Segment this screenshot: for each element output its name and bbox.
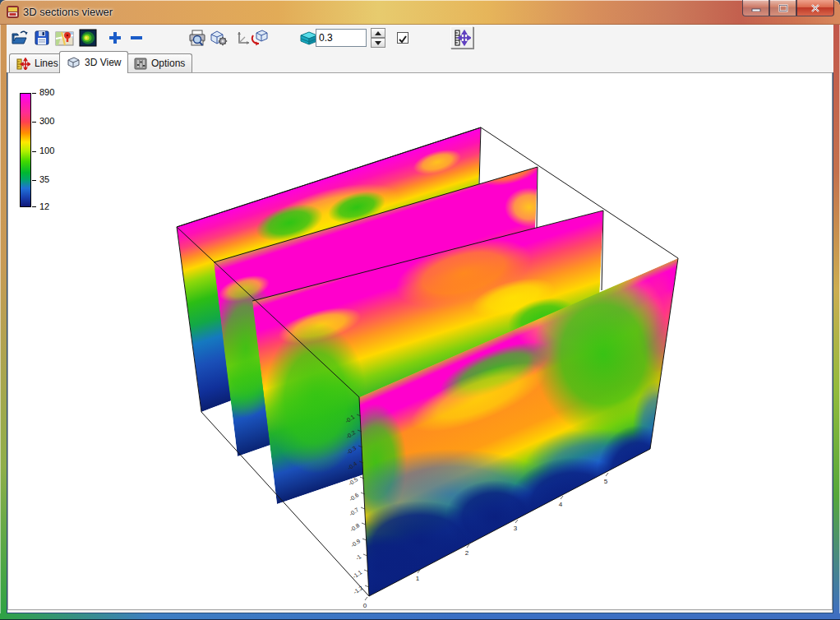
cube-settings-button[interactable] bbox=[209, 28, 228, 48]
depth-tick-label: -0.9 bbox=[350, 538, 362, 548]
x-tick-label: 3 bbox=[514, 525, 518, 532]
colorbar bbox=[20, 93, 31, 207]
transparency-checkbox[interactable] bbox=[397, 32, 408, 44]
title-bar[interactable]: 3D sections viewer bbox=[0, 0, 840, 25]
options-tab-icon bbox=[134, 58, 147, 70]
tab-options[interactable]: Options bbox=[127, 53, 192, 72]
client-area: Lines 3D View Options bbox=[7, 25, 833, 613]
tab-bar: Lines 3D View Options bbox=[7, 50, 833, 72]
colorbar-label: 890 bbox=[39, 87, 54, 97]
lines-tab-icon bbox=[16, 58, 30, 70]
spin-down-button[interactable] bbox=[371, 38, 385, 48]
minimize-button[interactable] bbox=[742, 0, 769, 16]
opacity-spinner bbox=[371, 28, 385, 48]
window-border-bottom bbox=[0, 613, 840, 620]
save-floppy-icon bbox=[34, 30, 50, 46]
maximize-button[interactable] bbox=[769, 0, 796, 16]
checkmark-icon bbox=[398, 35, 408, 44]
vertical-scale-button[interactable] bbox=[450, 26, 473, 49]
colorbar-label: 300 bbox=[39, 116, 54, 126]
save-button[interactable] bbox=[32, 28, 52, 48]
rotate-view-button[interactable] bbox=[250, 28, 270, 48]
opacity-input[interactable] bbox=[316, 29, 367, 47]
3d-fence-plot[interactable]: -0.1 -0.2 -0.3 -0.4 -0.5 -0.6 -0.7 -0.8 … bbox=[8, 73, 832, 609]
scale-move-icon bbox=[453, 29, 471, 47]
depth-tick-label: -1.2 bbox=[353, 585, 364, 595]
maximize-icon bbox=[778, 4, 788, 12]
open-button[interactable] bbox=[10, 28, 30, 48]
x-tick-label: 2 bbox=[465, 549, 469, 557]
app-logo-icon bbox=[6, 5, 20, 19]
minimize-icon bbox=[751, 4, 761, 12]
close-button[interactable] bbox=[796, 0, 834, 16]
axes-icon bbox=[235, 30, 252, 46]
cube-tab-icon bbox=[67, 56, 81, 69]
map-button[interactable] bbox=[55, 28, 75, 48]
x-tick-label: 1 bbox=[416, 575, 420, 582]
caption-buttons bbox=[742, 0, 834, 16]
zoom-out-button[interactable] bbox=[127, 28, 146, 48]
tab-options-label: Options bbox=[151, 58, 185, 69]
depth-tick-label: -0.7 bbox=[348, 507, 360, 517]
minus-icon bbox=[129, 30, 144, 45]
window-title: 3D sections viewer bbox=[23, 6, 113, 18]
colorbar-label: 12 bbox=[39, 201, 49, 211]
tab-3d-view-label: 3D View bbox=[85, 57, 121, 68]
toolbar bbox=[7, 25, 833, 50]
open-folder-icon bbox=[11, 30, 29, 46]
contour-map-icon bbox=[79, 29, 97, 47]
up-arrow-icon bbox=[375, 31, 381, 35]
plus-icon bbox=[108, 30, 122, 45]
tab-lines-label: Lines bbox=[35, 58, 58, 69]
window-border-right bbox=[833, 25, 840, 613]
print-preview-button[interactable] bbox=[187, 28, 207, 48]
depth-tick-label: -1 bbox=[354, 553, 362, 561]
rotate-cube-icon bbox=[250, 29, 270, 47]
colorbar-label: 35 bbox=[39, 174, 49, 184]
colorbar-label: 100 bbox=[39, 146, 54, 155]
depth-tick-label: -1.1 bbox=[352, 569, 363, 580]
app-window: 3D sections viewer bbox=[0, 0, 840, 620]
close-icon bbox=[810, 4, 820, 12]
window-border-left bbox=[0, 25, 7, 613]
depth-tick-label: -0.8 bbox=[349, 522, 361, 533]
x-tick-label: 0 bbox=[363, 602, 367, 609]
google-map-pin-icon bbox=[55, 29, 75, 47]
depth-tick-label: -0.6 bbox=[348, 492, 360, 502]
contour-map-button[interactable] bbox=[78, 28, 98, 48]
spin-up-button[interactable] bbox=[371, 28, 385, 38]
x-tick-label: 4 bbox=[559, 501, 563, 508]
zoom-in-button[interactable] bbox=[105, 28, 125, 48]
tab-3d-view[interactable]: 3D View bbox=[59, 51, 128, 73]
print-preview-icon bbox=[188, 29, 206, 47]
x-tick-label: 5 bbox=[604, 478, 608, 485]
tab-lines[interactable]: Lines bbox=[9, 53, 66, 72]
down-arrow-icon bbox=[375, 41, 381, 45]
3d-view-page: -0.1 -0.2 -0.3 -0.4 -0.5 -0.6 -0.7 -0.8 … bbox=[7, 72, 833, 610]
cube-gear-icon bbox=[209, 29, 228, 47]
